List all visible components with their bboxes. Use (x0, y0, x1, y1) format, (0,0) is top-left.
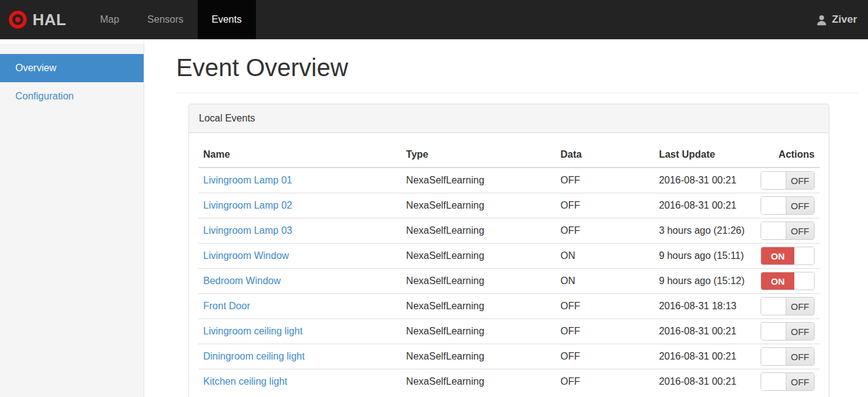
table-row: Livingroom ceiling light NexaSelfLearnin… (198, 319, 820, 344)
event-type: NexaSelfLearning (401, 319, 556, 344)
main-content: Event Overview Local Events Name Type Da… (144, 39, 868, 397)
nav-item-events[interactable]: Events (198, 0, 256, 39)
event-type: NexaSelfLearning (401, 218, 556, 244)
event-name-link[interactable]: Livingroom Lamp 03 (203, 225, 292, 236)
action-toggle[interactable]: OFF (761, 222, 815, 240)
toggle-state-label: OFF (786, 373, 814, 390)
nav-item-map[interactable]: Map (86, 0, 133, 39)
sidebar-item-overview[interactable]: Overview (0, 54, 144, 82)
event-last-update: 9 hours ago (15:12) (654, 269, 756, 294)
app-brand[interactable]: HAL (0, 0, 76, 39)
action-toggle[interactable]: OFF (761, 372, 815, 391)
event-name-link[interactable]: Bedroom Window (203, 276, 281, 286)
table-row: Diningroom ceiling light NexaSelfLearnin… (198, 344, 820, 369)
event-name-link[interactable]: Front Door (203, 301, 250, 311)
event-last-update: 3 hours ago (21:26) (654, 218, 756, 244)
event-data: ON (556, 269, 654, 294)
event-type: NexaSelfLearning (401, 369, 556, 395)
sidebar-item-configuration[interactable]: Configuration (0, 82, 144, 110)
local-events-panel: Local Events Name Type Data Last Update … (188, 104, 829, 397)
event-last-update: 9 hours ago (15:11) (654, 244, 756, 269)
toggle-handle (761, 348, 786, 365)
event-last-update: 2016-08-31 00:21 (654, 193, 756, 218)
events-table-body: Livingroom Lamp 01 NexaSelfLearning OFF … (198, 168, 820, 395)
event-type: NexaSelfLearning (401, 294, 556, 319)
event-last-update: 2016-08-31 00:21 (654, 168, 756, 193)
page-title: Event Overview (176, 54, 859, 93)
column-header-actions: Actions (756, 142, 820, 168)
event-data: OFF (556, 193, 654, 218)
toggle-handle (761, 197, 786, 214)
bullseye-logo-icon (9, 10, 27, 29)
event-name-link[interactable]: Livingroom Lamp 02 (203, 200, 292, 210)
table-row: Front Door NexaSelfLearning OFF 2016-08-… (198, 294, 820, 319)
action-toggle[interactable]: ON (761, 272, 815, 290)
events-table: Name Type Data Last Update Actions Livin… (198, 142, 820, 395)
action-toggle[interactable]: ON (761, 247, 815, 265)
toggle-handle (794, 247, 814, 264)
toggle-state-label: OFF (786, 298, 814, 315)
event-name-link[interactable]: Livingroom ceiling light (203, 326, 303, 336)
toggle-state-label: OFF (786, 197, 814, 214)
toggle-handle (761, 323, 786, 340)
column-header-name: Name (198, 142, 401, 168)
event-last-update: 2016-08-31 00:21 (654, 369, 756, 395)
column-header-last-update: Last Update (654, 142, 756, 168)
page-layout: Overview Configuration Event Overview Lo… (0, 39, 868, 397)
navbar-menu: Map Sensors Events (86, 0, 256, 39)
event-last-update: 2016-08-31 18:13 (654, 294, 756, 319)
user-menu[interactable]: Ziver (805, 0, 868, 39)
action-toggle[interactable]: OFF (761, 297, 815, 315)
action-toggle[interactable]: OFF (761, 347, 815, 366)
event-type: NexaSelfLearning (401, 168, 556, 193)
event-last-update: 2016-08-31 00:21 (654, 344, 756, 369)
table-row: Kitchen ceiling light NexaSelfLearning O… (198, 369, 820, 395)
table-header-row: Name Type Data Last Update Actions (198, 142, 820, 168)
action-toggle[interactable]: OFF (761, 322, 815, 341)
toggle-state-label: OFF (786, 222, 814, 239)
panel-title: Local Events (189, 104, 829, 133)
toggle-handle (761, 298, 786, 315)
table-row: Livingroom Lamp 03 NexaSelfLearning OFF … (198, 218, 820, 244)
top-navbar: HAL Map Sensors Events Ziver (0, 0, 868, 39)
toggle-state-label: OFF (786, 172, 814, 189)
toggle-state-label: OFF (786, 348, 814, 365)
table-row: Livingroom Window NexaSelfLearning ON 9 … (198, 244, 820, 269)
event-data: OFF (556, 344, 654, 369)
action-toggle[interactable]: OFF (761, 171, 815, 190)
sidebar: Overview Configuration (0, 39, 144, 397)
event-name-link[interactable]: Kitchen ceiling light (203, 376, 287, 387)
table-row: Livingroom Lamp 01 NexaSelfLearning OFF … (198, 168, 820, 193)
toggle-handle (761, 222, 786, 239)
event-type: NexaSelfLearning (401, 193, 556, 218)
table-row: Livingroom Lamp 02 NexaSelfLearning OFF … (198, 193, 820, 218)
toggle-handle (794, 272, 814, 290)
event-data: OFF (556, 369, 654, 395)
action-toggle[interactable]: OFF (761, 196, 815, 215)
toggle-state-label: OFF (786, 323, 814, 340)
brand-label: HAL (33, 10, 66, 29)
nav-item-sensors[interactable]: Sensors (133, 0, 198, 39)
toggle-state-label: ON (761, 247, 794, 264)
event-type: NexaSelfLearning (401, 344, 556, 369)
toggle-handle (761, 373, 786, 390)
event-type: NexaSelfLearning (401, 269, 556, 294)
user-icon (816, 14, 827, 26)
panel-body: Name Type Data Last Update Actions Livin… (189, 133, 829, 397)
event-data: ON (556, 244, 654, 269)
event-last-update: 2016-08-31 00:21 (654, 319, 756, 344)
event-name-link[interactable]: Livingroom Window (203, 250, 289, 261)
toggle-handle (761, 172, 786, 189)
table-row: Bedroom Window NexaSelfLearning ON 9 hou… (198, 269, 820, 294)
event-data: OFF (556, 168, 654, 193)
column-header-type: Type (401, 142, 556, 168)
user-name: Ziver (832, 13, 857, 26)
column-header-data: Data (556, 142, 654, 168)
toggle-state-label: ON (761, 272, 794, 290)
event-data: OFF (556, 319, 654, 344)
event-data: OFF (556, 294, 654, 319)
event-type: NexaSelfLearning (401, 244, 556, 269)
event-data: OFF (556, 218, 654, 244)
event-name-link[interactable]: Diningroom ceiling light (203, 351, 304, 361)
event-name-link[interactable]: Livingroom Lamp 01 (203, 175, 292, 185)
